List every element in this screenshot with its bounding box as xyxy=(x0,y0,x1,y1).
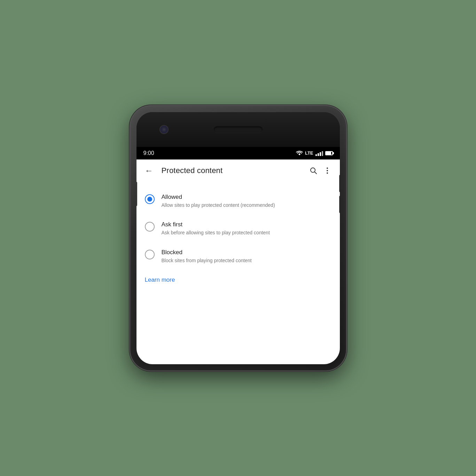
page-title: Protected content xyxy=(162,166,306,175)
radio-allowed[interactable] xyxy=(145,194,155,204)
phone-device: 9:00 LTE xyxy=(130,106,346,370)
battery-icon xyxy=(325,151,333,155)
option-allowed-text: Allowed Allow sites to play protected co… xyxy=(162,194,331,209)
more-options-button[interactable] xyxy=(320,164,334,178)
option-ask-first-title: Ask first xyxy=(162,221,331,228)
power-button[interactable] xyxy=(136,182,137,206)
top-bezel xyxy=(136,112,340,147)
option-allowed-title: Allowed xyxy=(162,194,331,201)
option-allowed[interactable]: Allowed Allow sites to play protected co… xyxy=(136,187,340,215)
volume-up-button[interactable] xyxy=(339,175,340,192)
search-button[interactable] xyxy=(306,164,320,178)
option-blocked-title: Blocked xyxy=(162,249,331,256)
svg-point-5 xyxy=(327,172,328,174)
back-arrow-icon: ← xyxy=(145,166,153,175)
svg-marker-0 xyxy=(298,153,301,155)
signal-icon xyxy=(315,150,323,156)
search-icon xyxy=(309,166,318,175)
options-list: Allowed Allow sites to play protected co… xyxy=(136,182,340,296)
option-allowed-desc: Allow sites to play protected content (r… xyxy=(162,202,331,209)
screen-content: ← Protected content xyxy=(136,159,340,364)
option-ask-first[interactable]: Ask first Ask before allowing sites to p… xyxy=(136,215,340,243)
volume-down-button[interactable] xyxy=(339,196,340,213)
option-blocked-desc: Block sites from playing protected conte… xyxy=(162,257,331,264)
lte-label: LTE xyxy=(305,150,313,156)
status-bar: 9:00 LTE xyxy=(136,147,340,159)
svg-point-3 xyxy=(327,167,328,169)
status-time: 9:00 xyxy=(143,150,154,156)
wifi-icon xyxy=(296,150,303,156)
status-icons: LTE xyxy=(296,150,333,156)
front-camera xyxy=(160,126,168,133)
back-button[interactable]: ← xyxy=(142,164,156,178)
option-ask-first-text: Ask first Ask before allowing sites to p… xyxy=(162,221,331,236)
radio-inner-dot xyxy=(147,197,152,202)
option-ask-first-desc: Ask before allowing sites to play protec… xyxy=(162,229,331,236)
svg-point-4 xyxy=(327,170,328,171)
option-blocked-text: Blocked Block sites from playing protect… xyxy=(162,249,331,264)
speaker xyxy=(214,126,263,133)
learn-more-link[interactable]: Learn more xyxy=(136,270,184,290)
app-bar: ← Protected content xyxy=(136,159,340,182)
radio-blocked[interactable] xyxy=(145,250,155,259)
option-blocked[interactable]: Blocked Block sites from playing protect… xyxy=(136,243,340,271)
svg-line-2 xyxy=(314,172,317,174)
more-options-icon xyxy=(323,166,331,175)
radio-ask-first[interactable] xyxy=(145,222,155,232)
